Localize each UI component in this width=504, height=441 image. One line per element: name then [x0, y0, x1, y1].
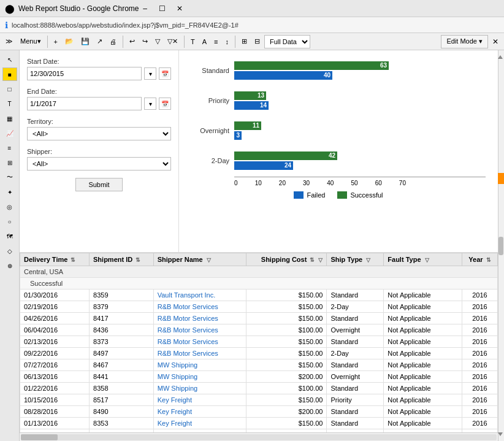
end-date-calendar-icon[interactable]: ▾	[144, 98, 156, 110]
shipper-link[interactable]: R&B Motor Services	[158, 350, 218, 357]
right-scrollbar[interactable]	[498, 50, 504, 441]
col-header-shipper-name[interactable]: Shipper Name ▽	[153, 253, 246, 266]
shipper-link[interactable]: R&B Motor Services	[158, 338, 218, 345]
shipper-link[interactable]: MW Shipping	[158, 373, 197, 380]
tool-list[interactable]: ≡	[2, 141, 17, 155]
table-section[interactable]: Delivery Time ⇅ Shipment ID ⇅ Shipper Na…	[20, 253, 498, 432]
cell-shipper[interactable]: Vault Transport Inc.	[153, 290, 246, 301]
shipper-link[interactable]: MW Shipping	[158, 385, 197, 392]
tool-map[interactable]: 🗺	[2, 229, 17, 243]
table-button[interactable]: ⊞	[239, 35, 250, 48]
tool-shape[interactable]: ◇	[2, 244, 17, 258]
scroll-up-arrow[interactable]	[498, 55, 503, 59]
align-button[interactable]: ≡	[211, 35, 221, 48]
tool-circle[interactable]: ○	[2, 215, 17, 228]
col-year-sort[interactable]: ⇅	[486, 257, 491, 263]
col-ship-type-filter[interactable]: ▽	[366, 257, 370, 263]
table-row[interactable]: 02/13/2016 8373 R&B Motor Services $150.…	[20, 336, 498, 348]
chart-button[interactable]: ⊟	[251, 35, 263, 48]
table-row[interactable]: 01/06/2016 8351 Corban Truck Lines $100.…	[20, 429, 498, 433]
cell-shipper[interactable]: Key Freight	[153, 406, 246, 418]
shipper-link[interactable]: Corban Truck Lines	[158, 431, 216, 432]
edit-mode-button[interactable]: Edit Mode ▾	[441, 35, 488, 48]
col-header-shipping-cost[interactable]: Shipping Cost ⇅ ▽	[246, 253, 327, 266]
redo-button[interactable]: ↪	[139, 35, 151, 48]
close-button[interactable]: ✕	[174, 2, 186, 15]
col-delivery-time-sort[interactable]: ⇅	[71, 257, 75, 263]
scroll-down-arrow[interactable]	[498, 432, 503, 436]
undo-button[interactable]: ↩	[126, 35, 138, 48]
filter2-button[interactable]: ▽✕	[164, 35, 181, 48]
tool-star[interactable]: ✦	[2, 185, 17, 199]
col-header-delivery-time[interactable]: Delivery Time ⇅	[20, 253, 90, 266]
start-date-picker-icon[interactable]: 📅	[159, 67, 171, 80]
cell-shipper[interactable]: R&B Motor Services	[153, 324, 246, 336]
table-row[interactable]: 09/22/2016 8497 R&B Motor Services $150.…	[20, 348, 498, 359]
shipper-link[interactable]: R&B Motor Services	[158, 303, 218, 310]
table-row[interactable]: 06/13/2016 8441 MW Shipping $200.00 Over…	[20, 371, 498, 383]
cell-shipper[interactable]: R&B Motor Services	[153, 348, 246, 359]
end-date-input[interactable]	[27, 97, 142, 110]
maximize-button[interactable]: ☐	[156, 2, 169, 15]
table-row[interactable]: 04/26/2016 8417 R&B Motor Services $150.…	[20, 313, 498, 324]
tool-chart-line[interactable]: 📈	[2, 126, 17, 140]
table-row[interactable]: 02/19/2016 8379 R&B Motor Services $150.…	[20, 301, 498, 313]
submit-button[interactable]: Submit	[75, 178, 122, 191]
new-button[interactable]: +	[51, 35, 61, 48]
cell-shipper[interactable]: MW Shipping	[153, 383, 246, 394]
bottom-scrollbar[interactable]	[20, 432, 498, 441]
cell-shipper[interactable]: R&B Motor Services	[153, 301, 246, 313]
open-button[interactable]: 📂	[62, 35, 77, 48]
tool-text[interactable]: T	[2, 97, 17, 110]
filter-button[interactable]: ▽	[152, 35, 163, 48]
shipper-link[interactable]: MW Shipping	[158, 361, 197, 369]
tool-cursor[interactable]: ↖	[2, 53, 17, 66]
close-panel-button[interactable]: ✕	[489, 36, 502, 48]
text-button[interactable]: T	[188, 35, 198, 48]
url-bar[interactable]: localhost:8888/webos/app/webstudio/index…	[12, 21, 239, 29]
menu-button[interactable]: Menu▾	[17, 35, 44, 48]
table-row[interactable]: 01/13/2016 8353 Key Freight $150.00 Stan…	[20, 418, 498, 429]
cell-shipper[interactable]: R&B Motor Services	[153, 336, 246, 348]
tool-wave[interactable]: 〜	[2, 171, 17, 184]
right-scroll-thumb[interactable]	[498, 237, 503, 255]
col-shipper-name-filter[interactable]: ▽	[207, 257, 211, 263]
table-row[interactable]: 10/15/2016 8517 Key Freight $150.00 Prio…	[20, 394, 498, 406]
shipper-link[interactable]: Vault Transport Inc.	[158, 291, 216, 299]
print-button[interactable]: 🖨	[107, 35, 120, 48]
start-date-calendar-icon[interactable]: ▾	[144, 67, 156, 80]
cell-shipper[interactable]: Corban Truck Lines	[153, 429, 246, 433]
shipper-link[interactable]: Key Freight	[158, 396, 192, 404]
full-data-select[interactable]: Full Data	[264, 35, 310, 48]
tool-rectangle[interactable]: □	[2, 82, 17, 96]
cell-shipper[interactable]: MW Shipping	[153, 359, 246, 371]
tool-gauge[interactable]: ◎	[2, 200, 17, 213]
export-button[interactable]: ↗	[94, 35, 105, 48]
cell-shipper[interactable]: Key Freight	[153, 418, 246, 429]
col-shipping-cost-filter[interactable]: ▽	[318, 257, 323, 263]
minimize-button[interactable]: –	[139, 2, 151, 15]
bold-button[interactable]: A	[199, 35, 210, 48]
col-fault-type-filter[interactable]: ▽	[425, 257, 429, 263]
table-row[interactable]: 01/30/2016 8359 Vault Transport Inc. $15…	[20, 290, 498, 301]
col-header-ship-type[interactable]: Ship Type ▽	[327, 253, 384, 266]
shipper-link[interactable]: R&B Motor Services	[158, 326, 218, 334]
table-row[interactable]: 06/04/2016 8436 R&B Motor Services $100.…	[20, 324, 498, 336]
expand-button[interactable]: ≫	[2, 35, 16, 48]
shipper-link[interactable]: R&B Motor Services	[158, 315, 218, 322]
tool-chart-bar[interactable]: ▦	[2, 112, 17, 125]
scroll-thumb[interactable]	[21, 434, 58, 440]
shipper-link[interactable]: Key Freight	[158, 420, 192, 427]
tool-extra[interactable]: ⊕	[2, 259, 17, 272]
shipper-link[interactable]: Key Freight	[158, 408, 192, 415]
territory-select[interactable]: <All>	[27, 127, 171, 140]
cell-shipper[interactable]: MW Shipping	[153, 371, 246, 383]
tool-select[interactable]: ■	[2, 67, 17, 81]
tool-grid[interactable]: ⊞	[2, 156, 17, 169]
table-row[interactable]: 07/27/2016 8467 MW Shipping $150.00 Stan…	[20, 359, 498, 371]
table-row[interactable]: 01/22/2016 8358 MW Shipping $100.00 Stan…	[20, 383, 498, 394]
col-shipment-id-sort[interactable]: ⇅	[136, 257, 140, 263]
start-date-input[interactable]	[27, 67, 142, 80]
table-row[interactable]: 08/28/2016 8490 Key Freight $200.00 Stan…	[20, 406, 498, 418]
sort-button[interactable]: ↕	[222, 35, 232, 48]
